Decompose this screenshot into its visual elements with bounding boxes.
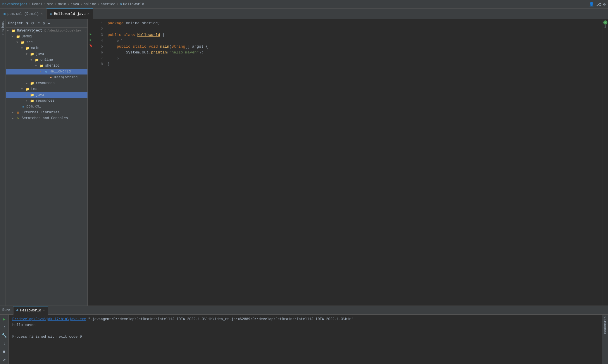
tree-item-main-method[interactable]: ▶ ● main(String <box>6 74 87 80</box>
run-tab-close[interactable]: × <box>43 309 45 312</box>
collapse-all-icon[interactable]: ≡ <box>37 21 41 26</box>
tab-pom[interactable]: m pom.xml (Demo1) × <box>0 8 46 19</box>
error-count: 1 <box>604 25 606 28</box>
stop-button[interactable]: ■ <box>1 349 8 355</box>
tree-item-scratches[interactable]: ▶ ✎ Scratches and Consoles <box>6 115 87 121</box>
run-args: "-javaagent:D:\develop\JetBrains\Intelli… <box>88 317 353 321</box>
java-exe-path[interactable]: D:\develop\Java\jdk-17\bin\java.exe <box>12 317 86 321</box>
tree-item-mavenproject[interactable]: ▼ 📁 MavenProject D:\desktop\Code\Jav... <box>6 28 87 34</box>
run-output: D:\develop\Java\jdk-17\bin\java.exe "-ja… <box>9 315 602 364</box>
run-class-button[interactable]: ▶ <box>88 31 94 37</box>
tree-item-demo1[interactable]: ▼ 📁 Demo1 <box>6 34 87 39</box>
breadcrumb-demo1[interactable]: Demo1 <box>32 2 43 6</box>
sync-icon[interactable]: ⟳ <box>30 20 35 26</box>
code-content[interactable]: package online.sherioc; public class Hel… <box>105 19 602 306</box>
run-output-exit: Process finished with exit code 0 <box>12 334 599 340</box>
run-method-button[interactable]: ▶ <box>88 37 94 43</box>
expand-arrow-icon: ▼ <box>21 88 25 91</box>
tree-item-sherioc[interactable]: ▼ 📁 sherioc <box>6 63 87 69</box>
no-arrow: ▶ <box>16 105 20 108</box>
breadcrumb-mavenproject[interactable]: MavenProject <box>2 2 27 6</box>
rerun-up-button[interactable]: ↑ <box>1 324 8 330</box>
tree-item-src[interactable]: ▼ 📁 src <box>6 39 87 45</box>
tree-item-pomxml[interactable]: ▶ m pom.xml <box>6 104 87 110</box>
expand-arrow-icon: ▼ <box>35 64 39 67</box>
folder-icon: 📁 <box>11 28 16 33</box>
run-tab-label: Helloworld <box>20 308 41 313</box>
expand-arrow-icon: ▼ <box>16 41 20 44</box>
scratches-icon: ✎ <box>16 116 20 121</box>
expand-arrow-icon: ▼ <box>7 29 11 32</box>
settings-sidebar-icon[interactable]: ⚙ <box>42 20 46 26</box>
gutter-line7 <box>88 54 94 60</box>
method-icon: ● <box>49 75 53 80</box>
left-panel-strip: Project <box>0 19 6 306</box>
run-label: Run: <box>2 308 11 312</box>
breadcrumb-java[interactable]: java <box>71 2 79 6</box>
breadcrumb-src[interactable]: src <box>47 2 54 6</box>
scroll-down-button[interactable]: ↓ <box>1 340 8 347</box>
top-bar: MavenProject › Demo1 › src › main › java… <box>0 0 608 9</box>
tree-item-java-main[interactable]: ▼ 📁 java <box>6 51 87 57</box>
resources-test-folder-icon: 📁 <box>30 98 35 103</box>
gutter-line5: 🔖 <box>88 43 94 48</box>
helloworld-class-icon: ⊕ <box>44 69 49 74</box>
breadcrumb-sherioc[interactable]: sherioc <box>101 2 115 6</box>
bottom-left-strip: ▶ ↑ 🔧 ↓ ■ ↺ <box>0 315 9 364</box>
tree-label-sherioc: sherioc <box>45 64 60 68</box>
tree-label-main-method: main(String <box>54 75 77 79</box>
expand-arrow-icon: ▼ <box>21 47 25 50</box>
run-button[interactable]: ▶ <box>1 316 8 322</box>
sidebar-toolbar: Project ▼ ⟳ ≡ ⚙ — <box>6 19 87 28</box>
main-content: Project Project ▼ ⟳ ≡ ⚙ — ▼ 📁 MavenProje… <box>0 19 608 306</box>
tree-item-helloworld[interactable]: ▼ ⊕ Helloworld <box>6 69 87 74</box>
java-icon: ⊕ <box>50 12 52 16</box>
breadcrumb-main[interactable]: main <box>58 2 66 6</box>
tree-label-external-libraries: External Libraries <box>22 110 60 115</box>
pom-icon: m <box>4 12 6 16</box>
tree-item-online[interactable]: ▼ 📁 online <box>6 57 87 63</box>
tree-label-java-main: java <box>36 52 44 56</box>
run-output-blank <box>12 328 599 334</box>
test-folder-icon: 📁 <box>25 87 30 91</box>
editor-gutter: ▶ ▶ 🔖 <box>88 19 94 306</box>
close-sidebar-icon[interactable]: — <box>47 21 51 26</box>
error-indicator[interactable]: ✓ <box>603 20 607 25</box>
bookmarks-label[interactable]: Bookmarks <box>602 315 608 335</box>
folder-icon: 📁 <box>35 58 39 62</box>
settings-icon[interactable]: ⚙ <box>603 2 606 7</box>
code-editor[interactable]: ▶ ▶ 🔖 1 2 3 4 5 6 7 8 package online.she… <box>88 19 608 306</box>
pom-file-icon: m <box>20 104 25 109</box>
tree-label-helloworld: Helloworld <box>50 70 71 74</box>
tree-item-resources-test[interactable]: ▶ 📁 resources <box>6 98 87 104</box>
wrench-button[interactable]: 🔧 <box>1 332 8 339</box>
tree-item-main[interactable]: ▼ 📁 main <box>6 45 87 51</box>
run-output-hello: hello maven <box>12 322 599 328</box>
breadcrumb-helloworld[interactable]: ⊕ Helloworld <box>120 2 144 6</box>
tab-pom-label: pom.xml (Demo1) <box>7 12 39 16</box>
tree-item-java-test[interactable]: ▶ 📁 java <box>6 92 87 98</box>
project-label[interactable]: Project <box>0 19 6 36</box>
vcs-icon[interactable]: ⎇ <box>596 2 601 7</box>
libraries-icon: ▦ <box>16 110 20 115</box>
breadcrumb-online[interactable]: online <box>84 2 96 6</box>
tree-label-pomxml: pom.xml <box>26 105 41 109</box>
bottom-panel: Run: ⊕ Helloworld × ▶ ↑ 🔧 ↓ ■ ↺ D:\devel… <box>0 306 608 364</box>
tree-label-resources-test: resources <box>36 99 55 103</box>
gutter-line1 <box>88 19 94 25</box>
tree-item-resources-main[interactable]: ▶ 📁 resources <box>6 80 87 86</box>
tab-helloworld[interactable]: ⊕ Helloworld.java × <box>46 8 93 19</box>
tree-label-src: src <box>26 40 33 44</box>
tab-helloworld-close[interactable]: × <box>87 12 89 16</box>
tree-label-java-test: java <box>36 93 44 97</box>
folder-icon: 📁 <box>30 81 35 86</box>
expand-arrow-icon: ▼ <box>40 70 44 73</box>
expand-arrow-icon: ▼ <box>26 53 30 56</box>
sidebar-title: Project <box>8 21 23 25</box>
rerun-button[interactable]: ↺ <box>1 357 8 363</box>
tree-item-test[interactable]: ▼ 📁 test <box>6 86 87 92</box>
tree-item-external-libraries[interactable]: ▶ ▦ External Libraries <box>6 110 87 115</box>
tab-pom-close[interactable]: × <box>41 12 43 16</box>
user-icon[interactable]: 👤 <box>589 2 594 7</box>
bottom-tab-helloworld[interactable]: ⊕ Helloworld × <box>13 306 48 315</box>
